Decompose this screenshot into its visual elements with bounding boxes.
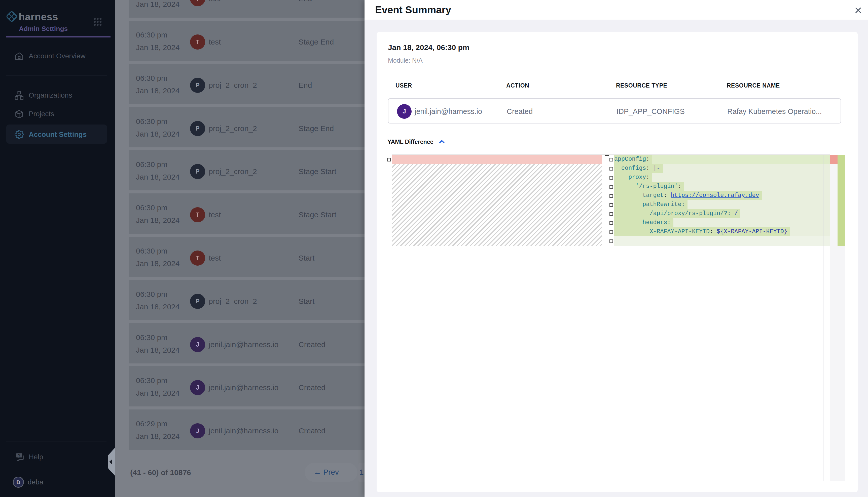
svg-text:?: ? <box>18 453 20 457</box>
